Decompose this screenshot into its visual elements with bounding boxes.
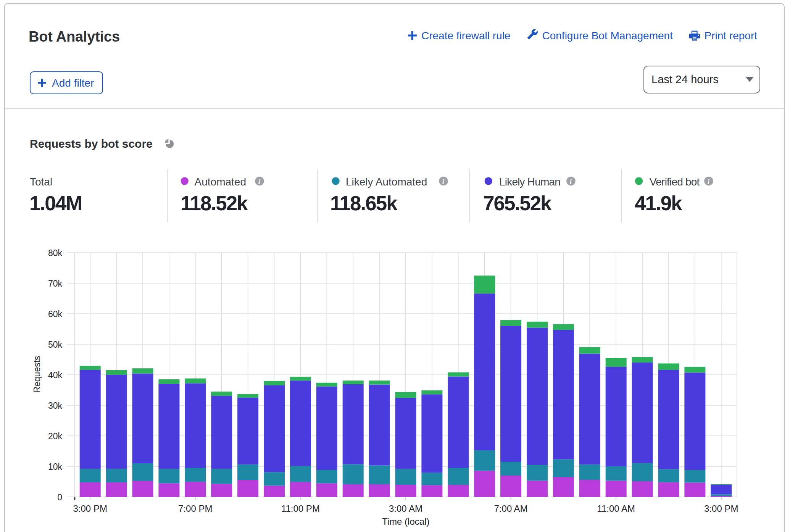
svg-text:3:00 PM: 3:00 PM bbox=[704, 503, 738, 514]
svg-text:30k: 30k bbox=[48, 401, 63, 411]
svg-text:3:00 PM: 3:00 PM bbox=[73, 503, 107, 514]
svg-text:i: i bbox=[258, 177, 261, 185]
svg-text:Time (local): Time (local) bbox=[382, 516, 429, 527]
svg-text:50k: 50k bbox=[48, 340, 63, 350]
svg-text:i: i bbox=[708, 177, 710, 185]
svg-text:7:00 AM: 7:00 AM bbox=[494, 503, 528, 514]
svg-text:i: i bbox=[570, 177, 572, 185]
svg-text:Requests: Requests bbox=[32, 356, 42, 393]
svg-text:11:00 PM: 11:00 PM bbox=[281, 503, 320, 514]
svg-text:3:00 AM: 3:00 AM bbox=[389, 503, 422, 514]
svg-text:60k: 60k bbox=[48, 309, 63, 319]
svg-text:40k: 40k bbox=[48, 370, 63, 380]
svg-text:7:00 PM: 7:00 PM bbox=[178, 503, 212, 514]
svg-text:11:00 AM: 11:00 AM bbox=[597, 503, 635, 514]
svg-text:i: i bbox=[442, 177, 445, 185]
svg-text:0: 0 bbox=[57, 492, 62, 502]
svg-text:70k: 70k bbox=[48, 279, 63, 289]
svg-text:20k: 20k bbox=[48, 431, 63, 441]
svg-text:80k: 80k bbox=[48, 248, 63, 258]
svg-text:10k: 10k bbox=[48, 462, 63, 472]
